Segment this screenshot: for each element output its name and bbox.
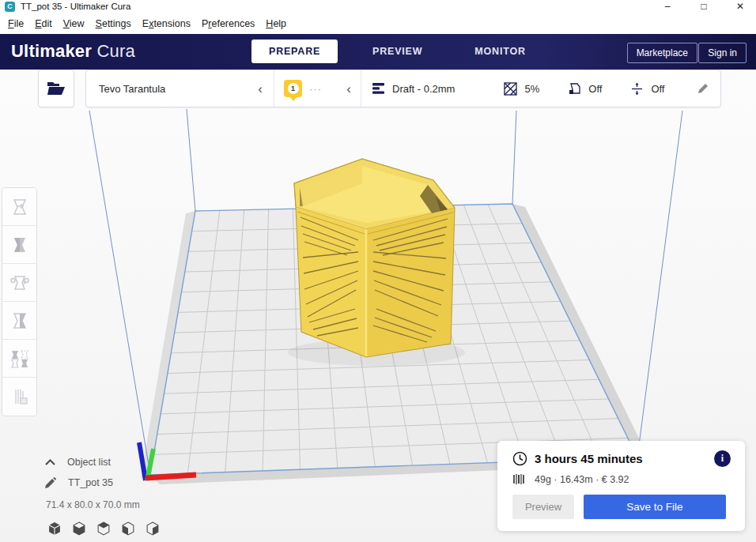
profile-label: Draft - 0.2mm (392, 83, 455, 95)
print-summary-card: 3 hours 45 minutes i 49g · 16.43m · € 3.… (497, 441, 745, 531)
close-button[interactable]: ✕ (735, 1, 746, 12)
menu-item-settings[interactable]: Settings (90, 15, 137, 32)
adhesion-setting[interactable]: Off (630, 82, 664, 96)
per-model-settings-icon (9, 348, 30, 369)
tool-per-model-settings-button[interactable] (2, 340, 36, 378)
printer-chevron-icon[interactable]: ‹ (258, 82, 263, 96)
mirror-tool-icon (9, 311, 30, 331)
view-front-button[interactable] (72, 521, 86, 536)
model-tt-pot[interactable] (294, 159, 455, 357)
print-time: 3 hours 45 minutes (535, 452, 643, 465)
infill-value: 5% (524, 83, 539, 95)
stage-tabs: PREPARE PREVIEW MONITOR (251, 40, 543, 63)
material-spool-icon (512, 472, 526, 486)
menu-item-edit[interactable]: Edit (29, 15, 58, 32)
view-right-button[interactable] (146, 521, 160, 536)
marketplace-button[interactable]: Marketplace (627, 43, 697, 63)
tab-prepare[interactable]: PREPARE (251, 40, 338, 63)
open-file-button[interactable] (38, 70, 74, 107)
tool-support-blocker-button[interactable] (2, 378, 36, 416)
menu-item-help[interactable]: Help (260, 15, 292, 32)
pencil-icon (697, 82, 709, 95)
object-dimensions: 71.4 x 80.0 x 70.0 mm (46, 499, 160, 510)
rename-pencil-icon (44, 476, 57, 489)
brand-logo: Ultimaker Cura (11, 41, 135, 62)
tool-rotate-button[interactable] (2, 264, 36, 302)
app-header: Ultimaker Cura PREPARE PREVIEW MONITOR M… (0, 34, 756, 70)
tool-panel (2, 187, 37, 416)
view-top-button[interactable] (96, 521, 111, 536)
extruder-1-badge[interactable]: 1 (284, 80, 302, 97)
rotate-tool-icon (9, 273, 30, 293)
minimize-button[interactable]: – (662, 1, 673, 12)
brand-ultimaker: Ultimaker (11, 41, 92, 61)
support-setting[interactable]: Off (568, 82, 602, 96)
extruder-number: 1 (288, 83, 299, 94)
material-ellipsis-icon: ··· (309, 83, 322, 95)
material-usage: 49g · 16.43m · € 3.92 (535, 474, 629, 485)
print-settings-panel[interactable]: Draft - 0.2mm 5% Off (361, 70, 720, 107)
brand-cura: Cura (96, 41, 135, 61)
edit-settings-button[interactable] (697, 82, 709, 95)
printer-selector[interactable]: Tevo Tarantula ‹ (86, 70, 274, 107)
support-value: Off (588, 83, 602, 95)
open-folder-icon (47, 81, 66, 96)
menu-item-preferences[interactable]: Preferences (196, 15, 260, 32)
object-name: TT_pot 35 (68, 477, 113, 488)
object-info-panel: Object list TT_pot 35 71.4 x 80.0 x 70.0… (44, 452, 160, 536)
tool-move-button[interactable] (2, 188, 36, 226)
infill-setting[interactable]: 5% (504, 82, 539, 96)
layers-icon (372, 83, 385, 94)
material-selector[interactable]: 1 ··· ‹ (274, 70, 361, 107)
printer-name: Tevo Tarantula (99, 83, 165, 95)
save-to-file-button[interactable]: Save to File (584, 495, 726, 519)
support-blocker-icon (9, 386, 30, 407)
configuration-bar: Tevo Tarantula ‹ 1 ··· ‹ Draft - 0.2mm (85, 70, 721, 107)
move-tool-icon (9, 197, 30, 217)
maximize-button[interactable]: □ (698, 1, 709, 12)
menu-item-file[interactable]: File (2, 15, 29, 32)
cura-app-icon: C (5, 2, 15, 12)
tab-monitor[interactable]: MONITOR (457, 40, 542, 63)
cura-window: C TT_pot 35 - Ultimaker Cura – □ ✕ FileE… (0, 0, 756, 542)
view-3d-button[interactable] (47, 521, 62, 536)
adhesion-value: Off (651, 83, 664, 95)
adhesion-icon (630, 82, 644, 96)
title-bar: C TT_pot 35 - Ultimaker Cura – □ ✕ (0, 0, 756, 13)
sign-in-button[interactable]: Sign in (698, 43, 747, 63)
clock-icon (512, 451, 527, 466)
preview-button[interactable]: Preview (512, 495, 574, 519)
menu-bar: FileEditViewSettingsExtensionsPreference… (0, 13, 756, 34)
menu-item-view[interactable]: View (58, 15, 90, 32)
profile-setting[interactable]: Draft - 0.2mm (372, 83, 455, 95)
camera-view-buttons (47, 521, 160, 536)
window-title: TT_pot 35 - Ultimaker Cura (21, 2, 130, 11)
material-chevron-icon[interactable]: ‹ (346, 82, 351, 96)
menu-item-extensions[interactable]: Extensions (137, 15, 196, 32)
view-left-button[interactable] (121, 521, 135, 536)
object-list-label: Object list (67, 457, 111, 468)
infill-icon (504, 82, 517, 96)
tool-scale-button[interactable] (2, 226, 36, 264)
tab-preview[interactable]: PREVIEW (355, 40, 440, 63)
scale-tool-icon (9, 235, 30, 255)
info-icon[interactable]: i (714, 450, 731, 467)
support-icon (568, 82, 581, 96)
tool-mirror-button[interactable] (2, 302, 36, 340)
object-list-toggle[interactable]: Object list (44, 452, 160, 472)
object-name-row[interactable]: TT_pot 35 (44, 472, 160, 493)
chevron-up-icon (44, 458, 56, 467)
